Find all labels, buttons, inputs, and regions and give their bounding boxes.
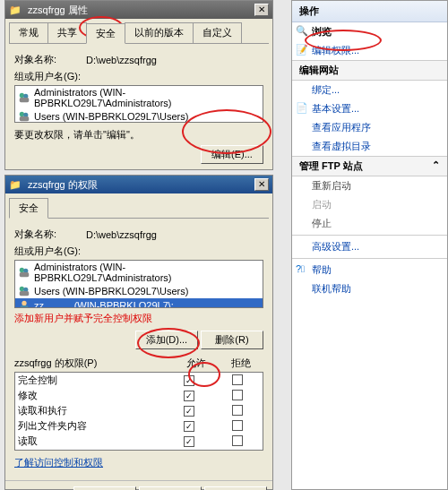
group-users-label: 组或用户名(G): xyxy=(14,70,263,83)
tab-strip: 安全 xyxy=(9,197,269,219)
remove-button[interactable]: 删除(R) xyxy=(201,331,263,349)
group-users-label: 组或用户名(G): xyxy=(14,245,263,258)
help-icon: ?⃝ xyxy=(296,263,308,276)
action-advanced-settings[interactable]: 高级设置... xyxy=(292,237,447,256)
perm-header: zzsqfrgg 的权限(P) xyxy=(14,357,174,370)
perm-name: 读取 xyxy=(18,434,163,448)
action-basic-settings[interactable]: 📄 基本设置... xyxy=(292,99,447,118)
browse-icon: 🔍 xyxy=(296,25,308,38)
title-bar[interactable]: 📁 zzsqfrgg 的权限 ✕ xyxy=(5,176,272,193)
deny-checkbox[interactable] xyxy=(232,390,243,400)
action-browse[interactable]: 🔍 浏览 xyxy=(292,22,447,41)
action-edit-permissions[interactable]: 📝 编辑权限... xyxy=(292,41,447,60)
cancel-button[interactable]: 取消 xyxy=(139,486,202,490)
user-icon xyxy=(18,299,30,308)
properties-dialog: 📁 zzsqfrgg 属性 ✕ 常规 共享 安全 以前的版本 自定义 对象名称:… xyxy=(4,0,273,170)
list-item[interactable]: Administrators (WIN-BPBRKLO29L7\Administ… xyxy=(15,261,263,284)
group-icon xyxy=(18,91,30,104)
sub-header-manage-ftp: 管理 FTP 站点 ⌃ xyxy=(292,156,447,176)
group-icon xyxy=(18,266,30,279)
close-button[interactable]: ✕ xyxy=(254,178,269,191)
action-stop[interactable]: 停止 xyxy=(292,214,447,233)
action-bindings[interactable]: 绑定... xyxy=(292,81,447,99)
list-item[interactable]: Users (WIN-BPBRKLO29L7\Users) xyxy=(15,284,263,298)
edit-button[interactable]: 编辑(E)... xyxy=(201,145,263,164)
svg-rect-8 xyxy=(20,272,30,277)
svg-point-0 xyxy=(20,93,24,98)
settings-icon: 📄 xyxy=(296,102,308,115)
svg-rect-2 xyxy=(20,98,30,102)
edit-hint: 要更改权限，请单击"编辑"。 xyxy=(14,128,140,142)
users-listbox[interactable]: Administrators (WIN-BPBRKLO29L7\Administ… xyxy=(14,85,263,123)
permission-row: 读取和执行 xyxy=(15,403,263,418)
actions-header: 操作 xyxy=(292,1,447,22)
allow-checkbox[interactable] xyxy=(184,436,194,447)
tab-security[interactable]: 安全 xyxy=(9,198,48,219)
deny-header: 拒绝 xyxy=(219,357,263,370)
svg-rect-5 xyxy=(20,116,30,121)
tab-previous-versions[interactable]: 以前的版本 xyxy=(125,22,194,43)
permission-row: 完全控制 xyxy=(15,373,263,388)
action-view-apps[interactable]: 查看应用程序 xyxy=(292,118,447,137)
deny-checkbox[interactable] xyxy=(232,374,243,385)
action-restart[interactable]: 重新启动 xyxy=(292,176,447,195)
edit-icon: 📝 xyxy=(296,44,308,56)
ok-button[interactable]: 确定 xyxy=(73,486,136,490)
title-bar[interactable]: 📁 zzsqfrgg 属性 ✕ xyxy=(5,1,272,19)
svg-rect-13 xyxy=(21,305,29,308)
tab-strip: 常规 共享 安全 以前的版本 自定义 xyxy=(9,22,269,44)
svg-point-3 xyxy=(20,112,24,116)
object-path: D:\web\zzsqfrgg xyxy=(86,229,157,240)
deny-checkbox[interactable] xyxy=(232,420,243,431)
allow-header: 允许 xyxy=(174,357,219,370)
tab-general[interactable]: 常规 xyxy=(9,22,48,43)
allow-checkbox[interactable] xyxy=(184,391,194,401)
tab-sharing[interactable]: 共享 xyxy=(47,22,87,43)
allow-checkbox[interactable] xyxy=(184,406,194,417)
permissions-dialog: 📁 zzsqfrgg 的权限 ✕ 安全 对象名称: D:\web\zzsqfrg… xyxy=(4,175,273,490)
action-online-help[interactable]: 联机帮助 xyxy=(292,279,447,298)
permission-row: 列出文件夹内容 xyxy=(15,418,263,434)
annotation-note: 添加新用户并赋予完全控制权限 xyxy=(14,312,263,325)
object-path: D:\web\zzsqfrgg xyxy=(86,55,157,65)
tab-security[interactable]: 安全 xyxy=(86,23,125,44)
tab-customize[interactable]: 自定义 xyxy=(193,22,242,43)
deny-checkbox[interactable] xyxy=(232,435,243,446)
allow-checkbox[interactable] xyxy=(184,421,194,432)
add-button[interactable]: 添加(D)... xyxy=(135,331,198,349)
permissions-listbox: 完全控制修改读取和执行列出文件夹内容读取 xyxy=(14,372,263,451)
learn-link[interactable]: 了解访问控制和权限 xyxy=(14,457,103,468)
perm-name: 修改 xyxy=(18,389,163,402)
actions-panel: 操作 🔍 浏览 📝 编辑权限... 编辑网站 绑定... 📄 基本设置... 查… xyxy=(291,0,448,490)
action-view-vdirs[interactable]: 查看虚拟目录 xyxy=(292,137,447,156)
allow-checkbox[interactable] xyxy=(184,375,194,386)
list-item[interactable]: Users (WIN-BPBRKLO29L7\Users) xyxy=(15,109,263,123)
folder-icon: 📁 xyxy=(9,179,22,190)
folder-icon: 📁 xyxy=(9,4,22,15)
action-help[interactable]: ?⃝ 帮助 xyxy=(292,261,447,279)
svg-point-6 xyxy=(20,268,24,272)
object-name-label: 对象名称: xyxy=(14,53,86,66)
object-name-label: 对象名称: xyxy=(14,228,86,241)
deny-checkbox[interactable] xyxy=(232,405,243,416)
list-item-selected[interactable]: zz_____ (WIN-BPBRKLO29L7\: xyxy=(15,298,263,308)
apply-button[interactable]: 应用(A) xyxy=(204,486,267,490)
close-button[interactable]: ✕ xyxy=(254,4,269,16)
group-icon xyxy=(18,110,30,123)
sub-header-edit-site: 编辑网站 xyxy=(292,60,447,81)
window-title: zzsqfrgg 的权限 xyxy=(28,179,98,190)
action-start: 启动 xyxy=(292,195,447,214)
window-title: zzsqfrgg 属性 xyxy=(28,4,88,15)
group-icon xyxy=(18,285,30,297)
perm-name: 列出文件夹内容 xyxy=(18,419,163,433)
permission-row: 修改 xyxy=(15,388,263,403)
collapse-icon[interactable]: ⌃ xyxy=(432,159,440,173)
list-item[interactable]: Administrators (WIN-BPBRKLO29L7\Administ… xyxy=(15,86,263,109)
perm-name: 完全控制 xyxy=(18,374,163,387)
perm-name: 读取和执行 xyxy=(18,404,163,417)
users-listbox[interactable]: Administrators (WIN-BPBRKLO29L7\Administ… xyxy=(14,260,263,308)
permission-row: 读取 xyxy=(15,434,263,449)
svg-point-9 xyxy=(20,287,24,291)
svg-rect-11 xyxy=(20,291,30,296)
svg-point-12 xyxy=(22,301,26,305)
